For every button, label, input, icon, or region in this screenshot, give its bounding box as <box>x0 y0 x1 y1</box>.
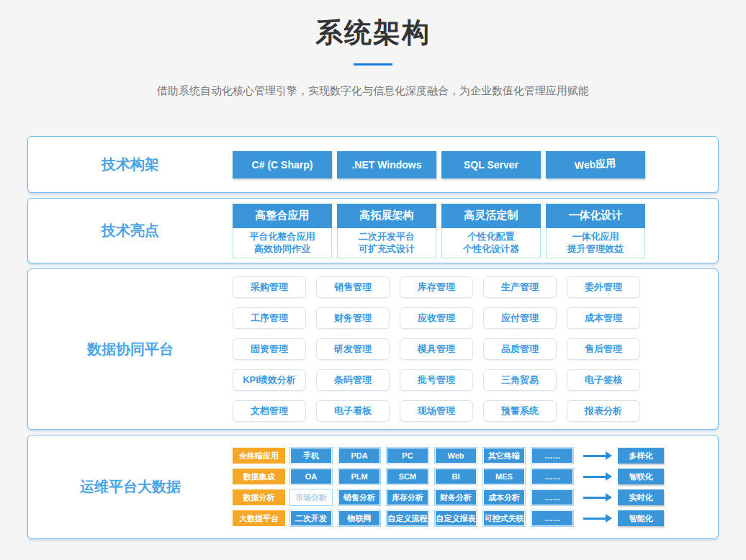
module-chip: 条码管理 <box>316 369 390 391</box>
highlight-card: 一体化设计一体化应用提升管理效益 <box>546 204 645 258</box>
category-chip: 大数据平台 <box>233 510 285 526</box>
bigdata-rows: 全终端应用手机PDAPCWeb其它终端……多样化数据集成OAPLMSCMBIME… <box>233 448 664 526</box>
item-chip: PLM <box>338 469 380 484</box>
arrow-right-icon <box>583 497 606 499</box>
item-chip: 销售分析 <box>338 489 380 505</box>
item-chip: 市场分析 <box>290 489 332 505</box>
module-chip: 报表分析 <box>567 400 640 422</box>
section-label-tech-highlights: 技术亮点 <box>28 221 233 240</box>
item-chip: 可控式关联 <box>483 510 525 526</box>
section-label-tech-framework: 技术构架 <box>28 155 233 174</box>
module-chip: 库存管理 <box>400 276 473 298</box>
highlight-card-body: 个性化配置个性化设计器 <box>441 228 541 258</box>
bigdata-row: 全终端应用手机PDAPCWeb其它终端……多样化 <box>233 448 664 464</box>
module-chip: 成本管理 <box>567 307 640 329</box>
result-chip: 多样化 <box>618 448 664 464</box>
item-chip: 物联网 <box>338 510 380 526</box>
item-chip: 自定义流程 <box>387 510 428 526</box>
tech-button-label: Web应用 <box>575 157 616 173</box>
highlight-card-line: 个性化设计器 <box>442 243 540 255</box>
tech-button-label: .NET Windows <box>351 159 421 171</box>
bigdata-row: 数据分析市场分析销售分析库存分析财务分析成本分析……实时化 <box>233 489 664 505</box>
highlight-card-header: 高拓展架构 <box>337 204 436 228</box>
page-header: 系统架构 借助系统自动化核心管理引擎，实现数字化与信息化深度融合，为企业数值化管… <box>0 0 746 98</box>
highlight-card-line: 一体化应用 <box>547 230 644 243</box>
category-chip: 数据分析 <box>233 489 285 505</box>
module-chip: 预警系统 <box>483 400 557 422</box>
item-chip: …… <box>531 489 573 505</box>
module-chip: 电子签核 <box>567 369 640 391</box>
arrow-right-icon <box>583 476 606 478</box>
highlight-card-line: 个性化配置 <box>442 230 540 243</box>
module-chip: 品质管理 <box>483 338 557 360</box>
result-chip: 实时化 <box>618 489 664 505</box>
bigdata-row: 大数据平台二次开发物联网自定义流程自定义报表可控式关联……智能化 <box>233 510 664 526</box>
item-chip: …… <box>531 510 573 526</box>
module-chip: 销售管理 <box>316 276 390 298</box>
item-chip: 自定义报表 <box>435 510 477 526</box>
arrow-right-icon <box>583 518 606 520</box>
item-chip: OA <box>290 469 332 484</box>
item-chip: …… <box>531 448 573 464</box>
result-chip: 智联化 <box>618 469 664 484</box>
item-chip: BI <box>435 469 477 484</box>
module-chip: 工序管理 <box>233 307 306 329</box>
bigdata-row: 数据集成OAPLMSCMBIMES……智联化 <box>233 469 664 484</box>
highlight-card-body: 一体化应用提升管理效益 <box>546 228 645 258</box>
module-chip: 生产管理 <box>483 276 557 298</box>
module-chip: 模具管理 <box>400 338 473 360</box>
module-grid: 采购管理销售管理库存管理生产管理委外管理工序管理财务管理应收管理应付管理成本管理… <box>233 276 640 422</box>
title-underline <box>354 63 392 66</box>
item-chip: 二次开发 <box>290 510 332 526</box>
item-chip: …… <box>531 469 573 484</box>
highlight-card-header: 高整合应用 <box>233 204 332 228</box>
module-chip: 研发管理 <box>316 338 390 360</box>
item-chip: 财务分析 <box>435 489 477 505</box>
tech-button: Web应用 <box>546 151 645 179</box>
highlight-card-line: 高效协同作业 <box>233 243 331 255</box>
tech-button-label: SQL Server <box>464 159 518 171</box>
module-chip: 现场管理 <box>400 400 473 422</box>
item-chip: 其它终端 <box>483 448 525 464</box>
category-chip: 全终端应用 <box>233 448 285 464</box>
tech-button-row: C# (C Sharp).NET WindowsSQL ServerWeb应用 <box>233 151 645 179</box>
architecture-diagram: 技术构架 C# (C Sharp).NET WindowsSQL ServerW… <box>27 136 719 539</box>
module-chip: 三角贸易 <box>483 369 557 391</box>
item-chip: 库存分析 <box>387 489 428 505</box>
tech-button: .NET Windows <box>337 151 436 179</box>
highlight-card: 高拓展架构二次开发平台可扩充式设计 <box>337 204 436 258</box>
module-chip: 财务管理 <box>316 307 390 329</box>
section-bigdata-platform: 运维平台大数据 全终端应用手机PDAPCWeb其它终端……多样化数据集成OAPL… <box>27 435 719 539</box>
result-chip: 智能化 <box>618 510 664 526</box>
highlight-card-row: 高整合应用平台化整合应用高效协同作业高拓展架构二次开发平台可扩充式设计高灵活定制… <box>233 204 645 258</box>
item-chip: Web <box>435 448 477 464</box>
page-subtitle: 借助系统自动化核心管理引擎，实现数字化与信息化深度融合，为企业数值化管理应用赋能 <box>0 84 746 98</box>
item-chip: PDA <box>338 448 380 464</box>
module-chip: 批号管理 <box>400 369 473 391</box>
page-title: 系统架构 <box>0 14 746 51</box>
arrow-right-icon <box>583 455 606 457</box>
tech-button-label: C# (C Sharp) <box>252 159 313 171</box>
highlight-card-line: 可扩充式设计 <box>338 243 436 255</box>
module-chip: 固资管理 <box>233 338 306 360</box>
highlight-card-line: 平台化整合应用 <box>233 230 331 243</box>
highlight-card-body: 平台化整合应用高效协同作业 <box>233 228 332 258</box>
highlight-card-header: 高灵活定制 <box>441 204 541 228</box>
section-label-bigdata-platform: 运维平台大数据 <box>28 477 233 497</box>
section-label-data-platform: 数据协同平台 <box>28 340 233 359</box>
section-tech-framework: 技术构架 C# (C Sharp).NET WindowsSQL ServerW… <box>27 136 719 193</box>
item-chip: MES <box>483 469 525 484</box>
module-chip: 委外管理 <box>567 276 640 298</box>
module-chip: 采购管理 <box>233 276 306 298</box>
highlight-card: 高灵活定制个性化配置个性化设计器 <box>441 204 541 258</box>
highlight-card: 高整合应用平台化整合应用高效协同作业 <box>233 204 332 258</box>
item-chip: SCM <box>387 469 428 484</box>
module-chip: 应收管理 <box>400 307 473 329</box>
module-chip: 电子看板 <box>316 400 390 422</box>
category-chip: 数据集成 <box>233 469 285 484</box>
section-data-platform: 数据协同平台 采购管理销售管理库存管理生产管理委外管理工序管理财务管理应收管理应… <box>27 268 719 430</box>
tech-button: SQL Server <box>441 151 541 179</box>
highlight-card-header: 一体化设计 <box>546 204 645 228</box>
highlight-card-body: 二次开发平台可扩充式设计 <box>337 228 436 258</box>
module-chip: 文档管理 <box>233 400 306 422</box>
